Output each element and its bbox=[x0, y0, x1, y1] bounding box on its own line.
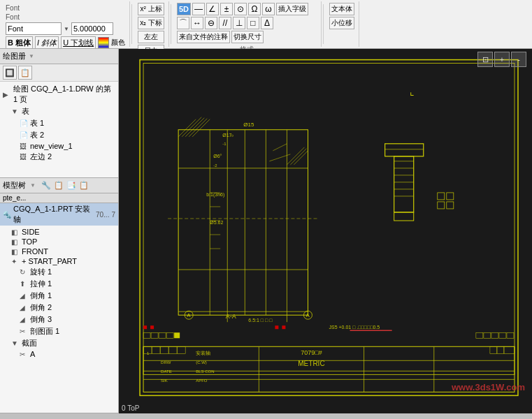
svg-text:Ø17₀: Ø17₀ bbox=[222, 133, 233, 138]
left-view-label: 左边 2 bbox=[30, 152, 52, 162]
drawing-new-view[interactable]: 🖼 new_view_1 bbox=[0, 141, 118, 151]
svg-text:JS5 +0.01 □ .□□□□□0.5: JS5 +0.01 □ .□□□□□0.5 bbox=[329, 325, 380, 330]
insert-char-btn[interactable]: 插入字级 bbox=[276, 3, 308, 15]
model-chamfer3[interactable]: ◢ 倒角 3 bbox=[0, 314, 118, 325]
misc-group: 5D — ∠ ± ⊙ Ω ω 插入字级 ⌒ ↔ ⊖ // ⊥ □ Δ 来自文件的… bbox=[173, 1, 322, 47]
left-panel: 绘图册 ▼ 🔲 📋 ▶ 绘图 CGQ_A_1-1.DRW 的第 1 页 ▼ 表 … bbox=[0, 49, 119, 413]
font-name-input[interactable] bbox=[6, 22, 62, 35]
model-toolbar-icon4[interactable]: 📋 bbox=[79, 181, 89, 190]
top-label: TOP bbox=[22, 237, 37, 246]
model-chamfer1[interactable]: ◢ 倒角 1 bbox=[0, 290, 118, 302]
from-file-btn[interactable]: 来自文件的注释 bbox=[177, 31, 230, 43]
model-revolve1[interactable]: ↻ 旋转 1 bbox=[0, 266, 118, 278]
perp-btn[interactable]: ⊥ bbox=[233, 17, 245, 29]
text-body-btn[interactable]: 文本体 bbox=[329, 3, 354, 15]
model-start-part[interactable]: ✦ + START_PART bbox=[0, 256, 118, 266]
arrow-btn[interactable]: ↔ bbox=[191, 17, 203, 29]
model-toolbar-icon3[interactable]: 📑 bbox=[66, 181, 76, 190]
superscript-button[interactable]: x² 上标 bbox=[138, 3, 164, 15]
model-toolbar-icon1[interactable]: 🔧 bbox=[41, 181, 51, 190]
drawing-svg: 7079□# METRIC 安装轴 (C.W) BLS CON APFO DRW… bbox=[119, 49, 532, 413]
svg-text:DRW: DRW bbox=[161, 360, 171, 365]
right-group: 文本体 小位移 bbox=[325, 1, 359, 47]
drawing-table2[interactable]: 📄 表 2 bbox=[0, 129, 118, 141]
bold-button[interactable]: B 粗体 bbox=[6, 36, 33, 49]
zoom-out-btn[interactable]: - bbox=[511, 52, 526, 67]
arc-btn[interactable]: ⌒ bbox=[177, 17, 189, 29]
omega2-btn[interactable]: ω bbox=[262, 3, 275, 15]
drawing-dropdown-arrow[interactable]: ▼ bbox=[29, 53, 34, 59]
model-chamfer2[interactable]: ◢ 倒角 2 bbox=[0, 302, 118, 314]
table1-icon: 📄 bbox=[20, 119, 28, 127]
svg-text:BLS CON: BLS CON bbox=[196, 369, 214, 374]
color-swatch[interactable] bbox=[98, 37, 109, 48]
model-section-a[interactable]: ✂ A bbox=[0, 349, 118, 359]
slash-btn[interactable]: // bbox=[219, 17, 231, 29]
italic-button[interactable]: I 斜体 bbox=[35, 36, 59, 49]
chamfer1-label: 倒角 1 bbox=[30, 291, 52, 301]
svg-text:-1: -1 bbox=[222, 142, 227, 146]
chamfer3-label: 倒角 3 bbox=[30, 314, 52, 325]
chamfer2-label: 倒角 2 bbox=[30, 302, 52, 313]
5d-button[interactable]: 5D bbox=[177, 3, 191, 15]
font-name-label: Font bbox=[6, 13, 20, 21]
sep3 bbox=[323, 4, 324, 44]
font-group-label: Font bbox=[6, 3, 125, 12]
align-button[interactable]: 左左 bbox=[138, 31, 164, 43]
col-filename: pte_e... bbox=[3, 194, 115, 202]
misc-btns: 5D — ∠ ± ⊙ Ω ω 插入字级 ⌒ ↔ ⊖ // ⊥ □ Δ 来自文件的… bbox=[177, 3, 317, 43]
model-front[interactable]: ◧ FRONT bbox=[0, 247, 118, 256]
drawing-left-view[interactable]: 🖼 左边 2 bbox=[0, 151, 118, 163]
model-top[interactable]: ◧ TOP bbox=[0, 237, 118, 247]
angle-btn[interactable]: ∠ bbox=[206, 3, 219, 15]
table1-label: 表 1 bbox=[30, 118, 44, 128]
svg-text:DATE: DATE bbox=[161, 369, 172, 374]
model-toolbar-icon2[interactable]: 📋 bbox=[54, 181, 64, 190]
drawing-toolbar-btn1[interactable]: 🔲 bbox=[3, 66, 17, 80]
delta-btn[interactable]: Δ bbox=[261, 17, 273, 29]
subscript-button[interactable]: x₂ 下标 bbox=[138, 17, 164, 29]
small-move-btn[interactable]: 小位移 bbox=[329, 17, 354, 29]
circle-btn[interactable]: ⊙ bbox=[234, 3, 247, 15]
main-area: 绘图册 ▼ 🔲 📋 ▶ 绘图 CGQ_A_1-1.DRW 的第 1 页 ▼ 表 … bbox=[0, 49, 532, 413]
drawing-root-item[interactable]: ▶ 绘图 CGQ_A_1-1.DRW 的第 1 页 bbox=[0, 83, 118, 105]
font-name-dropdown-arrow[interactable]: ▼ bbox=[64, 26, 69, 32]
model-dropdown-arrow[interactable]: ▼ bbox=[30, 182, 36, 189]
model-extrude1[interactable]: ⬆ 拉伸 1 bbox=[0, 278, 118, 290]
svg-text:-2: -2 bbox=[213, 163, 217, 168]
rect-btn[interactable]: □ bbox=[247, 17, 259, 29]
font-size-input[interactable] bbox=[71, 22, 113, 35]
svg-text:Ø6°: Ø6° bbox=[213, 154, 222, 159]
drawing-panel-header: 绘图册 ▼ bbox=[0, 49, 118, 64]
font-name-arrow bbox=[23, 15, 27, 20]
underline-button[interactable]: U 下划线 bbox=[61, 36, 96, 49]
zoom-in-btn[interactable]: + bbox=[494, 52, 510, 67]
svg-rect-30 bbox=[282, 325, 285, 329]
drawing-panel-title: 绘图册 bbox=[3, 51, 26, 61]
section-folder-icon: ▼ bbox=[11, 339, 20, 347]
drawing-table-folder[interactable]: ▼ 表 bbox=[0, 105, 118, 117]
ellipse-btn[interactable]: ⊖ bbox=[205, 17, 217, 29]
omega-btn[interactable]: Ω bbox=[248, 3, 261, 15]
zoom-fit-btn[interactable]: ⊡ bbox=[477, 52, 493, 67]
switch-unit-btn[interactable]: 切换尺寸 bbox=[231, 31, 264, 43]
pm-btn[interactable]: ± bbox=[220, 3, 233, 15]
svg-text:A: A bbox=[187, 312, 191, 318]
model-section-view1[interactable]: ✂ 剖图面 1 bbox=[0, 325, 118, 337]
svg-rect-32 bbox=[150, 325, 154, 329]
ribbon: Font Font ▼ B 粗体 I 斜体 U 下划线 颜色 样式 x² 上标 … bbox=[0, 0, 532, 49]
line-btn[interactable]: — bbox=[192, 3, 205, 15]
start-part-label: + START_PART bbox=[22, 257, 77, 265]
model-root-col2: 70... bbox=[96, 211, 109, 219]
model-side[interactable]: ◧ SIDE bbox=[0, 227, 118, 237]
svg-text:SIK: SIK bbox=[161, 378, 168, 383]
top-icon: ◧ bbox=[11, 238, 20, 246]
model-root-item[interactable]: 🔩 CGQ_A_1-1.PRT 安装轴 70... 7 bbox=[0, 203, 118, 226]
drawing-toolbar-btn2[interactable]: 📋 bbox=[18, 66, 32, 80]
new-view-icon: 🖼 bbox=[20, 142, 28, 150]
drawing-table1[interactable]: 📄 表 1 bbox=[0, 117, 118, 129]
table2-icon: 📄 bbox=[20, 131, 28, 139]
table-folder-icon: ▼ bbox=[11, 108, 20, 115]
model-section-folder[interactable]: ▼ 截面 bbox=[0, 337, 118, 349]
model-root-label: CGQ_A_1-1.PRT 安装轴 bbox=[13, 204, 94, 225]
